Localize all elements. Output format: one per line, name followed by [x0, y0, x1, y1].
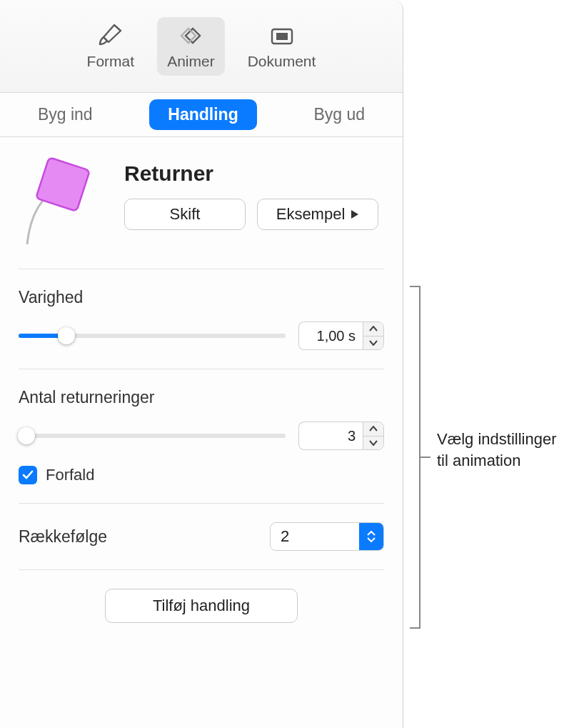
document-label: Dokument — [248, 53, 316, 70]
order-label: Rækkefølge — [19, 527, 107, 547]
change-button[interactable]: Skift — [124, 199, 246, 230]
divider — [19, 569, 384, 570]
order-select[interactable]: 2 — [270, 522, 384, 551]
bounces-field[interactable] — [298, 422, 363, 450]
format-label: Format — [87, 53, 135, 70]
tab-build-in[interactable]: Byg ind — [19, 99, 111, 130]
duration-field[interactable] — [298, 321, 363, 350]
select-arrows-icon — [359, 523, 383, 550]
animate-icon — [176, 23, 206, 49]
stepper-down-icon[interactable] — [363, 336, 383, 350]
bounces-label: Antal returneringer — [19, 388, 384, 407]
stepper-down-icon[interactable] — [363, 437, 383, 450]
animate-tabs: Byg ind Handling Byg ud — [0, 93, 403, 137]
divider — [19, 269, 384, 269]
callout-text: Vælg indstillinger til animation — [437, 429, 560, 471]
decay-checkbox[interactable] — [19, 466, 37, 484]
animate-label: Animer — [167, 53, 215, 70]
tab-action[interactable]: Handling — [149, 99, 256, 130]
stepper-up-icon[interactable] — [363, 422, 383, 437]
divider — [19, 503, 384, 504]
animation-title: Returner — [124, 161, 384, 186]
bounces-slider[interactable] — [19, 427, 286, 444]
svg-rect-2 — [36, 157, 90, 211]
order-value: 2 — [271, 527, 359, 546]
play-icon — [351, 209, 359, 219]
paintbrush-icon — [96, 23, 126, 49]
svg-rect-1 — [276, 33, 288, 40]
decay-label: Forfald — [46, 466, 94, 484]
inspector-panel: Format Animer Dokument Byg ind Handling — [0, 0, 403, 728]
duration-stepper[interactable] — [363, 321, 384, 350]
duration-label: Varighed — [19, 288, 384, 307]
duration-slider[interactable] — [19, 327, 286, 344]
animation-preview-thumbnail — [19, 157, 111, 250]
document-icon — [267, 23, 297, 49]
format-tool[interactable]: Format — [77, 17, 145, 76]
stepper-up-icon[interactable] — [363, 322, 383, 336]
preview-button-label: Eksempel — [276, 205, 346, 224]
divider — [19, 369, 384, 369]
tab-build-out[interactable]: Byg ud — [295, 99, 383, 130]
add-action-button[interactable]: Tilføj handling — [105, 589, 298, 623]
document-tool[interactable]: Dokument — [238, 17, 326, 76]
bounces-stepper[interactable] — [363, 422, 384, 450]
checkmark-icon — [22, 470, 34, 480]
preview-button[interactable]: Eksempel — [257, 199, 378, 230]
top-toolbar: Format Animer Dokument — [0, 0, 403, 93]
animate-tool[interactable]: Animer — [157, 17, 225, 76]
